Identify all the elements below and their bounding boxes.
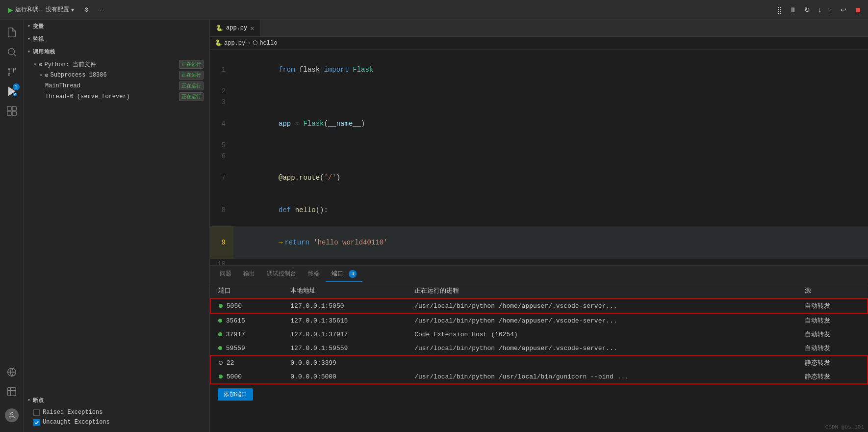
call-stack-label: 调用堆栈 <box>33 48 55 55</box>
tab-close-button[interactable]: ✕ <box>250 24 254 32</box>
breakpoints-header[interactable]: ▾ 断点 <box>24 394 209 406</box>
output-label: 输出 <box>243 270 255 277</box>
breadcrumb-separator: › <box>247 40 251 47</box>
port-row-3[interactable]: 59559127.0.0.1:59559/usr/local/bin/pytho… <box>210 341 868 355</box>
debug-drag-button[interactable]: ⣿ <box>774 4 785 16</box>
port-source-3: 自动转发 <box>797 341 868 355</box>
svg-point-0 <box>8 49 14 55</box>
breakpoints-content: Raised Exceptions Uncaught Exceptions <box>24 406 209 428</box>
svg-rect-9 <box>12 107 16 110</box>
tab-problems[interactable]: 问题 <box>214 267 237 282</box>
port-row-2[interactable]: 37917127.0.0.1:37917Code Extension Host … <box>210 327 868 341</box>
port-local-1: 127.0.0.1:35615 <box>282 313 407 327</box>
python-item-label: Python: 当前文件 <box>44 60 96 69</box>
panel-tabs: 问题 输出 调试控制台 终端 端口 4 <box>210 266 868 283</box>
play-icon: ▶ <box>8 6 13 14</box>
ports-header-row: 端口 本地地址 正在运行的进程 源 <box>210 283 868 298</box>
watch-label: 监视 <box>33 35 44 43</box>
run-config-button[interactable]: ▶ 运行和调... 没有配置 ▾ <box>4 4 78 15</box>
main-layout: 1 <box>0 20 868 432</box>
breakpoints-section: ▾ 断点 Raised Exceptions Uncaught Exceptio… <box>24 390 209 432</box>
watch-chevron-icon: ▾ <box>27 36 31 42</box>
variables-header[interactable]: ▾ 变量 <box>24 20 209 32</box>
code-line-3: 3 <box>210 97 868 108</box>
more-button[interactable]: ··· <box>95 4 106 15</box>
variables-label: 变量 <box>33 23 44 30</box>
main-thread-label: MainThread <box>45 82 80 89</box>
gear-button[interactable]: ⚙ <box>81 4 92 15</box>
remote-icon[interactable] <box>3 363 21 381</box>
thread6-status: 正在运行 <box>179 92 204 101</box>
subprocess-item[interactable]: ▾ ⚙ Subprocess 18386 正在运行 <box>24 70 209 81</box>
test-icon[interactable] <box>3 383 21 401</box>
debug-step-out-button[interactable]: ↑ <box>826 4 836 16</box>
ports-label: 端口 <box>332 270 343 277</box>
tab-label: app.py <box>226 25 247 31</box>
port-row-1[interactable]: 35615127.0.0.1:35615/usr/local/bin/pytho… <box>210 313 868 327</box>
breadcrumb-func[interactable]: hello <box>259 40 277 47</box>
breakpoints-label: 断点 <box>33 397 44 404</box>
call-stack-python[interactable]: ▾ ⚙ Python: 当前文件 正在运行 <box>24 59 209 70</box>
debug-pause-button[interactable]: ⏸ <box>787 4 799 16</box>
port-source-1: 自动转发 <box>797 313 868 327</box>
breakpoints-chevron-icon: ▾ <box>27 397 31 403</box>
csdn-logo: CSDN @bs_101 <box>825 424 864 430</box>
breadcrumb-icon2: ⬡ <box>253 39 257 47</box>
thread6-item[interactable]: Thread-6 (serve_forever) 正在运行 <box>24 91 209 102</box>
app-py-tab[interactable]: 🐍 app.py ✕ <box>210 20 261 36</box>
raised-exceptions-checkbox[interactable] <box>33 409 40 416</box>
tab-terminal[interactable]: 终端 <box>302 267 326 282</box>
uncaught-exceptions-item[interactable]: Uncaught Exceptions <box>24 417 209 427</box>
local-col-header: 本地地址 <box>282 283 407 298</box>
uncaught-exceptions-label: Uncaught Exceptions <box>43 419 110 426</box>
port-process-0: /usr/local/bin/python /home/appuser/.vsc… <box>407 298 797 313</box>
debug-step-into-button[interactable]: ↓ <box>815 4 824 16</box>
port-process-5: /usr/local/bin/python /usr/local/bin/gun… <box>407 370 797 384</box>
tab-ports[interactable]: 端口 4 <box>326 267 362 282</box>
svg-rect-8 <box>7 107 11 110</box>
subprocess-chevron-icon: ▾ <box>39 72 43 79</box>
bottom-panel: 问题 输出 调试控制台 终端 端口 4 <box>210 265 868 432</box>
sidebar-spacer <box>24 103 209 390</box>
green-status-icon <box>219 375 223 378</box>
files-icon[interactable] <box>3 24 21 41</box>
account-icon[interactable] <box>3 406 21 424</box>
port-row-4[interactable]: 220.0.0.0:3399静态转发 <box>210 355 868 370</box>
port-status-1: 35615 <box>210 313 282 327</box>
main-thread-item[interactable]: MainThread 正在运行 <box>24 81 209 91</box>
port-local-4: 0.0.0.0:3399 <box>282 355 407 370</box>
green-status-icon <box>218 332 222 336</box>
source-control-icon[interactable] <box>3 63 21 81</box>
port-source-5: 静态转发 <box>797 370 868 384</box>
call-stack-content: ▾ ⚙ Python: 当前文件 正在运行 ▾ ⚙ Subprocess 183… <box>24 58 209 103</box>
search-icon[interactable] <box>3 43 21 61</box>
debug-run-icon[interactable]: 1 <box>3 82 21 100</box>
port-source-4: 静态转发 <box>797 355 868 370</box>
call-stack-header[interactable]: ▾ 调用堆栈 <box>24 45 209 58</box>
breadcrumb: 🐍 app.py › ⬡ hello <box>210 37 868 50</box>
debug-step-over-button[interactable]: ↻ <box>801 4 813 16</box>
config-label: 没有配置 <box>46 5 69 14</box>
port-source-2: 自动转发 <box>797 327 868 341</box>
extensions-icon[interactable] <box>3 102 21 120</box>
source-col-header: 源 <box>797 283 868 298</box>
main-thread-status: 正在运行 <box>179 81 204 90</box>
port-local-3: 127.0.0.1:59559 <box>282 341 407 355</box>
breadcrumb-file[interactable]: app.py <box>224 40 245 47</box>
port-row-5[interactable]: 50000.0.0.0:5000/usr/local/bin/python /u… <box>210 370 868 384</box>
tab-debug-console[interactable]: 调试控制台 <box>261 267 302 282</box>
code-line-2: 2 <box>210 86 868 97</box>
code-line-10: 10 <box>210 259 868 265</box>
thread6-label: Thread-6 (serve_forever) <box>45 93 130 100</box>
port-status-2: 37917 <box>210 327 282 341</box>
debug-restart-button[interactable]: ↩ <box>838 4 849 16</box>
add-port-button[interactable]: 添加端口 <box>218 388 253 401</box>
uncaught-exceptions-checkbox[interactable] <box>33 419 40 426</box>
debug-stop-button[interactable]: ⏹ <box>851 4 864 16</box>
port-row-0[interactable]: 5050127.0.0.1:5050/usr/local/bin/python … <box>210 298 868 313</box>
tab-output[interactable]: 输出 <box>237 267 261 282</box>
raised-exceptions-item[interactable]: Raised Exceptions <box>24 407 209 417</box>
variables-chevron-icon: ▾ <box>27 23 31 29</box>
watch-header[interactable]: ▾ 监视 <box>24 32 209 45</box>
activity-bar: 1 <box>0 20 24 432</box>
